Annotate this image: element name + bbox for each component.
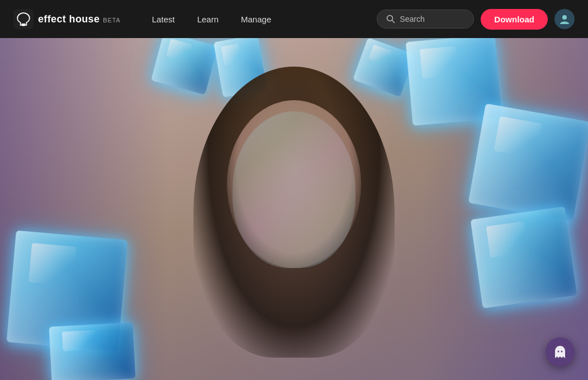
nav-right: Search Download <box>377 9 575 30</box>
crystal-5 <box>468 104 588 221</box>
svg-line-4 <box>392 21 395 23</box>
svg-rect-1 <box>21 24 25 25</box>
svg-point-6 <box>558 351 559 353</box>
search-bar[interactable]: Search <box>377 10 474 29</box>
hero-scene <box>0 0 588 380</box>
svg-rect-2 <box>22 25 25 26</box>
ghost-fab-button[interactable] <box>546 337 575 367</box>
avatar[interactable] <box>554 9 575 29</box>
download-button[interactable]: Download <box>481 9 548 30</box>
svg-point-5 <box>562 15 567 20</box>
nav-link-manage[interactable]: Manage <box>232 10 280 29</box>
search-icon <box>386 15 395 24</box>
ar-mask <box>233 111 355 268</box>
logo-icon <box>13 9 34 29</box>
logo-name: effect house <box>38 13 99 25</box>
logo-link[interactable]: effect house BETA <box>13 9 121 29</box>
navbar: effect house BETA Latest Learn Manage Se… <box>0 0 588 38</box>
nav-link-latest[interactable]: Latest <box>143 10 184 29</box>
nav-links: Latest Learn Manage <box>143 10 377 29</box>
ghost-icon <box>552 344 568 360</box>
search-placeholder-text: Search <box>400 15 424 24</box>
hero-section <box>0 0 588 380</box>
person-area <box>160 44 428 380</box>
nav-link-learn[interactable]: Learn <box>188 10 227 29</box>
logo-beta-label: BETA <box>103 17 120 24</box>
crystal-6 <box>471 207 577 308</box>
crystal-8 <box>49 322 135 380</box>
svg-point-7 <box>561 351 563 353</box>
avatar-icon <box>558 13 571 25</box>
